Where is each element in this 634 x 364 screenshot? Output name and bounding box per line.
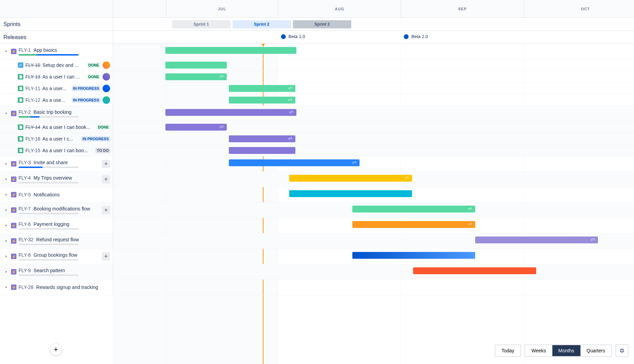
expand-toggle[interactable] xyxy=(3,254,9,259)
issue-title[interactable]: Booking modifications flow xyxy=(34,206,100,211)
zoom-quarters-button[interactable]: Quarters xyxy=(580,345,611,356)
issue-key[interactable]: FLY-14 xyxy=(25,124,40,130)
expand-toggle[interactable] xyxy=(3,284,9,290)
timeline-bar[interactable] xyxy=(229,147,295,154)
add-child-button[interactable]: + xyxy=(102,175,110,183)
issue-title[interactable]: Invite and share xyxy=(34,160,100,165)
issue-title[interactable]: Basic trip booking xyxy=(34,109,110,115)
roadmap-app: JULAUGSEPOCT Sprints Sprint 1Sprint 2Spr… xyxy=(0,0,634,364)
issue-title[interactable]: Group bookings flow xyxy=(34,252,100,258)
issue-key[interactable]: FLY-32 xyxy=(19,237,34,242)
timeline-bar[interactable] xyxy=(289,175,412,182)
link-icon xyxy=(352,160,357,166)
sprint-sprint-1[interactable]: Sprint 1 xyxy=(172,20,231,28)
issue-title[interactable]: App basics xyxy=(34,47,110,53)
timeline-bar[interactable] xyxy=(413,267,536,274)
timeline-bar[interactable] xyxy=(165,124,227,131)
add-child-button[interactable]: + xyxy=(102,160,110,168)
issue-title[interactable]: Notifications xyxy=(34,192,110,197)
add-child-button[interactable]: + xyxy=(102,206,110,214)
timeline-bar[interactable] xyxy=(229,85,295,92)
zoom-segmented-control: WeeksMonthsQuarters xyxy=(525,344,612,357)
timeline-bar[interactable] xyxy=(165,73,227,80)
timeline-bar[interactable] xyxy=(229,159,360,166)
expand-toggle[interactable] xyxy=(3,177,9,182)
assignee-avatar[interactable] xyxy=(103,73,110,81)
issue-row-fly-10: FLY-10 Setup dev and ... DONE xyxy=(0,59,634,71)
issue-key[interactable]: FLY-4 xyxy=(19,175,31,181)
issue-key[interactable]: FLY-7 xyxy=(19,206,31,211)
expand-toggle[interactable] xyxy=(3,223,9,228)
expand-toggle[interactable] xyxy=(3,111,9,116)
issue-row-fly-2: FLY-2 Basic trip booking xyxy=(0,106,634,121)
epic-icon xyxy=(11,177,16,182)
issue-key[interactable]: FLY-5 xyxy=(19,192,31,197)
issue-title[interactable]: As a user I c... xyxy=(43,136,79,142)
create-issue-fab[interactable]: + xyxy=(50,343,62,356)
release-dot-icon xyxy=(404,34,409,39)
expand-toggle[interactable] xyxy=(3,269,9,275)
zoom-weeks-button[interactable]: Weeks xyxy=(525,345,552,356)
progress-bar xyxy=(19,54,79,56)
timeline-bar[interactable] xyxy=(165,62,227,69)
timeline-bar[interactable] xyxy=(352,252,475,259)
issue-key[interactable]: FLY-16 xyxy=(25,136,40,142)
assignee-avatar[interactable] xyxy=(103,85,110,92)
story-icon xyxy=(18,97,23,103)
issue-title[interactable]: As a user I can ... xyxy=(43,74,85,80)
timeline-bar[interactable] xyxy=(352,221,475,228)
timeline-bar[interactable] xyxy=(229,135,295,142)
timeline-bar[interactable] xyxy=(165,47,297,54)
expand-toggle[interactable] xyxy=(3,161,9,167)
expand-toggle[interactable] xyxy=(3,192,9,197)
release-beta-1.0[interactable]: Beta 1.0 xyxy=(281,34,305,39)
issue-title[interactable]: My Trips overview xyxy=(34,175,100,181)
timeline-bar[interactable] xyxy=(289,190,412,197)
issue-key[interactable]: FLY-12 xyxy=(25,97,40,103)
issue-key[interactable]: FLY-2 xyxy=(19,109,31,115)
release-beta-2.0[interactable]: Beta 2.0 xyxy=(404,34,428,39)
issue-key[interactable]: FLY-13 xyxy=(25,74,40,80)
assignee-avatar[interactable] xyxy=(103,96,110,104)
epic-icon xyxy=(11,284,16,290)
issue-title[interactable]: As a user... xyxy=(43,86,70,91)
issue-title[interactable]: Payment logging xyxy=(34,221,110,227)
expand-toggle[interactable] xyxy=(3,207,9,213)
story-icon xyxy=(18,74,23,80)
roadmap-body[interactable]: FLY-1 App basics FLY-10 Setup dev and ..… xyxy=(0,44,634,364)
issue-row-fly-14: FLY-14 As a user I can book... DONE xyxy=(0,121,634,133)
sprint-sprint-3[interactable]: Sprint 3 xyxy=(293,20,351,28)
assignee-avatar[interactable] xyxy=(103,61,110,69)
issue-title[interactable]: Refund request flow xyxy=(36,237,110,242)
month-col-sep: SEP xyxy=(401,0,524,17)
issue-title[interactable]: Rewards signup and tracking xyxy=(36,284,110,290)
today-button[interactable]: Today xyxy=(495,344,521,357)
issue-key[interactable]: FLY-15 xyxy=(25,148,40,153)
timeline-bar[interactable] xyxy=(352,206,475,213)
issue-key[interactable]: FLY-8 xyxy=(19,252,31,258)
expand-toggle[interactable] xyxy=(3,49,9,54)
issue-key[interactable]: FLY-11 xyxy=(25,86,40,91)
add-child-button[interactable]: + xyxy=(102,252,110,260)
issue-title[interactable]: As a use... xyxy=(43,97,70,103)
issue-key[interactable]: FLY-9 xyxy=(19,268,31,273)
issue-title[interactable]: Setup dev and ... xyxy=(43,62,85,68)
issue-key[interactable]: FLY-28 xyxy=(19,284,34,290)
link-icon xyxy=(404,175,409,181)
issue-title[interactable]: Search pattern xyxy=(34,268,110,273)
timeline-bar[interactable] xyxy=(229,97,295,104)
sprint-sprint-2[interactable]: Sprint 2 xyxy=(233,20,291,28)
zoom-months-button[interactable]: Months xyxy=(552,345,580,356)
issue-key[interactable]: FLY-10 xyxy=(25,62,40,68)
issue-key[interactable]: FLY-6 xyxy=(19,221,31,227)
progress-bar xyxy=(19,275,79,276)
issue-title[interactable]: As a user I can boo... xyxy=(43,148,94,153)
link-icon xyxy=(288,97,293,103)
issue-key[interactable]: FLY-3 xyxy=(19,160,31,165)
timeline-bar[interactable] xyxy=(475,236,598,243)
expand-toggle[interactable] xyxy=(3,238,9,244)
timeline-bar[interactable] xyxy=(165,109,297,116)
exit-fullscreen-button[interactable] xyxy=(615,344,629,357)
issue-key[interactable]: FLY-1 xyxy=(19,47,31,53)
issue-title[interactable]: As a user I can book... xyxy=(43,124,95,130)
